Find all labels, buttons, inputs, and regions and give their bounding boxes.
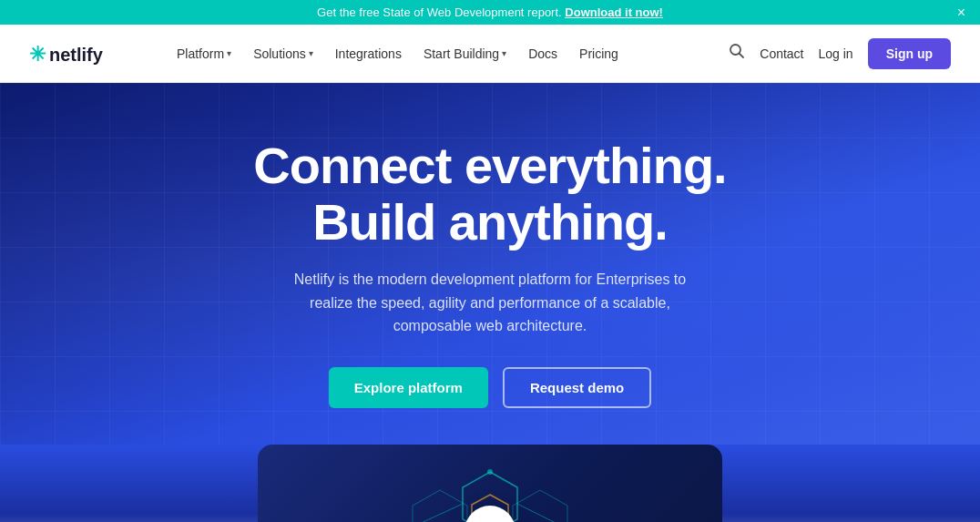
svg-text:✳: ✳	[29, 43, 46, 66]
nav-integrations[interactable]: Integrations	[326, 41, 411, 67]
video-section: Marketing Engineering → → ↗	[0, 445, 980, 522]
nav-pricing[interactable]: Pricing	[570, 41, 628, 67]
hero-subtitle: Netlify is the modern development platfo…	[271, 268, 709, 338]
hero-title: Connect everything. Build anything.	[253, 138, 726, 250]
announcement-bar: Get the free State of Web Development re…	[0, 0, 980, 25]
hero-section: Connect everything. Build anything. Netl…	[0, 83, 980, 445]
hero-cta: Explore platform Request demo	[253, 367, 726, 408]
chevron-down-icon: ▾	[227, 48, 231, 58]
svg-line-9	[517, 504, 572, 522]
video-card: Marketing Engineering → → ↗	[258, 445, 722, 522]
contact-link[interactable]: Contact	[760, 46, 803, 61]
request-demo-button[interactable]: Request demo	[503, 367, 651, 408]
logo[interactable]: netlify ✳	[29, 39, 138, 68]
search-icon[interactable]	[729, 43, 745, 64]
svg-text:netlify: netlify	[49, 45, 104, 65]
nav-start-building[interactable]: Start Building ▾	[414, 41, 516, 67]
nav-right: Contact Log in Sign up	[729, 38, 951, 69]
chevron-down-icon: ▾	[309, 48, 313, 58]
nav-links: Platform ▾ Solutions ▾ Integrations Star…	[168, 41, 729, 67]
explore-platform-button[interactable]: Explore platform	[329, 367, 488, 408]
nav-platform[interactable]: Platform ▾	[168, 41, 240, 67]
svg-point-13	[487, 469, 493, 475]
login-link[interactable]: Log in	[819, 46, 853, 61]
close-icon[interactable]: ×	[957, 5, 965, 21]
nav-solutions[interactable]: Solutions ▾	[244, 41, 322, 67]
navbar: netlify ✳ Platform ▾ Solutions ▾ Integra…	[0, 25, 980, 83]
logo-text: netlify ✳	[29, 39, 138, 68]
nav-docs[interactable]: Docs	[519, 41, 567, 67]
signup-button[interactable]: Sign up	[868, 38, 951, 69]
svg-line-3	[740, 54, 744, 58]
announcement-link[interactable]: Download it now!	[565, 5, 663, 19]
svg-marker-6	[413, 490, 467, 522]
hero-content: Connect everything. Build anything. Netl…	[253, 138, 726, 408]
chevron-down-icon: ▾	[502, 48, 506, 58]
announcement-text: Get the free State of Web Development re…	[317, 5, 562, 19]
